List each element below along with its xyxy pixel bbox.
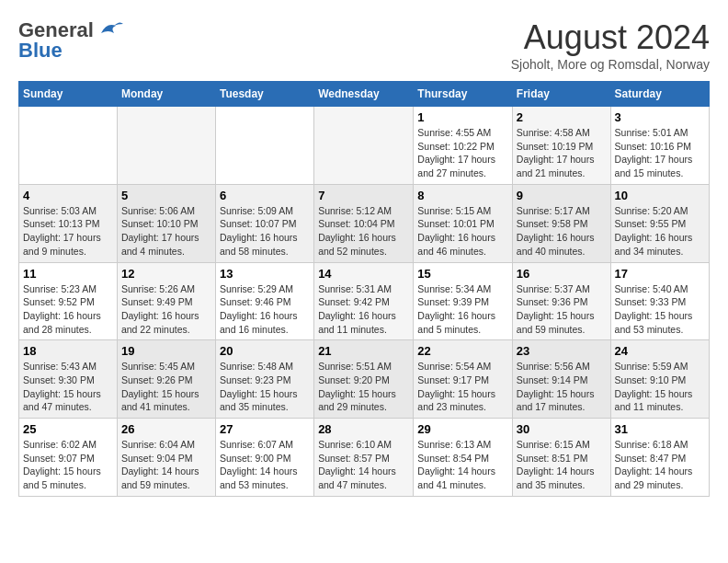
logo: General Blue [18,18,123,63]
day-number: 4 [23,189,113,202]
day-info: Sunrise: 5:43 AM Sunset: 9:30 PM Dayligh… [23,360,113,414]
day-info: Sunrise: 6:07 AM Sunset: 9:00 PM Dayligh… [220,438,310,492]
day-info: Sunrise: 5:45 AM Sunset: 9:26 PM Dayligh… [121,360,211,414]
header-day-saturday: Saturday [610,82,709,107]
day-number: 30 [517,422,607,436]
calendar-cell: 31Sunrise: 6:18 AM Sunset: 8:47 PM Dayli… [610,419,709,497]
calendar-cell: 25Sunrise: 6:02 AM Sunset: 9:07 PM Dayli… [19,419,118,497]
day-info: Sunrise: 6:18 AM Sunset: 8:47 PM Dayligh… [615,438,705,492]
calendar-cell: 20Sunrise: 5:48 AM Sunset: 9:23 PM Dayli… [215,340,313,419]
day-number: 24 [615,344,705,358]
day-info: Sunrise: 5:56 AM Sunset: 9:14 PM Dayligh… [517,360,607,414]
calendar-cell: 17Sunrise: 5:40 AM Sunset: 9:33 PM Dayli… [610,262,709,340]
day-number: 12 [121,267,211,281]
day-number: 22 [417,344,508,358]
day-number: 19 [121,344,211,358]
logo-blue-text: Blue [18,39,63,63]
day-number: 26 [121,422,211,436]
day-info: Sunrise: 5:01 AM Sunset: 10:16 PM Daylig… [615,126,705,180]
calendar-cell: 28Sunrise: 6:10 AM Sunset: 8:57 PM Dayli… [314,419,414,497]
day-number: 5 [121,189,211,202]
calendar-week-row: 25Sunrise: 6:02 AM Sunset: 9:07 PM Dayli… [19,419,710,497]
calendar-cell: 1Sunrise: 4:55 AM Sunset: 10:22 PM Dayli… [414,107,513,185]
header-day-wednesday: Wednesday [314,82,414,107]
day-number: 10 [615,189,705,202]
day-info: Sunrise: 5:51 AM Sunset: 9:20 PM Dayligh… [318,360,409,414]
day-number: 25 [23,422,113,436]
calendar-cell: 12Sunrise: 5:26 AM Sunset: 9:49 PM Dayli… [117,262,215,340]
day-number: 11 [23,267,113,281]
day-number: 9 [517,189,607,202]
day-number: 21 [318,344,409,358]
calendar-cell: 27Sunrise: 6:07 AM Sunset: 9:00 PM Dayli… [215,419,313,497]
calendar-week-row: 1Sunrise: 4:55 AM Sunset: 10:22 PM Dayli… [19,107,710,185]
day-info: Sunrise: 6:02 AM Sunset: 9:07 PM Dayligh… [23,438,113,492]
day-info: Sunrise: 6:10 AM Sunset: 8:57 PM Dayligh… [318,438,409,492]
day-number: 15 [417,267,508,281]
day-number: 17 [615,267,705,281]
day-number: 23 [517,344,607,358]
title-section: August 2024 Sjoholt, More og Romsdal, No… [511,18,710,72]
calendar-cell: 7Sunrise: 5:12 AM Sunset: 10:04 PM Dayli… [314,184,414,262]
day-number: 28 [318,422,409,436]
calendar-cell [19,107,118,185]
day-info: Sunrise: 5:29 AM Sunset: 9:46 PM Dayligh… [220,282,310,337]
day-number: 8 [417,189,508,202]
calendar-cell: 19Sunrise: 5:45 AM Sunset: 9:26 PM Dayli… [117,340,215,419]
day-info: Sunrise: 6:04 AM Sunset: 9:04 PM Dayligh… [121,438,211,492]
day-number: 2 [517,110,607,124]
day-info: Sunrise: 5:12 AM Sunset: 10:04 PM Daylig… [318,204,409,259]
day-number: 14 [318,267,409,281]
day-info: Sunrise: 5:17 AM Sunset: 9:58 PM Dayligh… [517,204,607,259]
day-info: Sunrise: 5:23 AM Sunset: 9:52 PM Dayligh… [23,282,113,337]
calendar-cell [314,107,414,185]
calendar-cell: 4Sunrise: 5:03 AM Sunset: 10:13 PM Dayli… [19,184,118,262]
day-info: Sunrise: 6:13 AM Sunset: 8:54 PM Dayligh… [417,438,508,492]
calendar-cell: 2Sunrise: 4:58 AM Sunset: 10:19 PM Dayli… [512,107,610,185]
day-info: Sunrise: 5:20 AM Sunset: 9:55 PM Dayligh… [615,204,705,259]
header-day-monday: Monday [117,82,215,107]
calendar-cell: 29Sunrise: 6:13 AM Sunset: 8:54 PM Dayli… [414,419,513,497]
day-number: 16 [517,267,607,281]
calendar-cell: 10Sunrise: 5:20 AM Sunset: 9:55 PM Dayli… [610,184,709,262]
day-info: Sunrise: 5:03 AM Sunset: 10:13 PM Daylig… [23,204,113,259]
calendar-table: SundayMondayTuesdayWednesdayThursdayFrid… [18,81,710,497]
calendar-cell: 30Sunrise: 6:15 AM Sunset: 8:51 PM Dayli… [512,419,610,497]
day-info: Sunrise: 4:58 AM Sunset: 10:19 PM Daylig… [517,126,607,180]
calendar-cell: 14Sunrise: 5:31 AM Sunset: 9:42 PM Dayli… [314,262,414,340]
day-info: Sunrise: 5:54 AM Sunset: 9:17 PM Dayligh… [417,360,508,414]
day-info: Sunrise: 5:26 AM Sunset: 9:49 PM Dayligh… [121,282,211,337]
month-title: August 2024 [511,18,710,57]
calendar-header-row: SundayMondayTuesdayWednesdayThursdayFrid… [19,82,710,107]
day-info: Sunrise: 5:37 AM Sunset: 9:36 PM Dayligh… [517,282,607,337]
calendar-cell: 22Sunrise: 5:54 AM Sunset: 9:17 PM Dayli… [414,340,513,419]
day-info: Sunrise: 4:55 AM Sunset: 10:22 PM Daylig… [417,126,508,180]
day-info: Sunrise: 5:48 AM Sunset: 9:23 PM Dayligh… [220,360,310,414]
location-text: Sjoholt, More og Romsdal, Norway [511,57,710,72]
calendar-cell: 6Sunrise: 5:09 AM Sunset: 10:07 PM Dayli… [215,184,313,262]
calendar-cell: 13Sunrise: 5:29 AM Sunset: 9:46 PM Dayli… [215,262,313,340]
day-info: Sunrise: 6:15 AM Sunset: 8:51 PM Dayligh… [517,438,607,492]
calendar-week-row: 18Sunrise: 5:43 AM Sunset: 9:30 PM Dayli… [19,340,710,419]
calendar-cell [215,107,313,185]
calendar-cell: 24Sunrise: 5:59 AM Sunset: 9:10 PM Dayli… [610,340,709,419]
day-number: 20 [220,344,310,358]
day-number: 18 [23,344,113,358]
day-info: Sunrise: 5:34 AM Sunset: 9:39 PM Dayligh… [417,282,508,337]
day-info: Sunrise: 5:15 AM Sunset: 10:01 PM Daylig… [417,204,508,259]
day-number: 3 [615,110,705,124]
header-day-friday: Friday [512,82,610,107]
day-number: 27 [220,422,310,436]
day-info: Sunrise: 5:31 AM Sunset: 9:42 PM Dayligh… [318,282,409,337]
day-number: 1 [417,110,508,124]
day-number: 29 [417,422,508,436]
calendar-cell: 8Sunrise: 5:15 AM Sunset: 10:01 PM Dayli… [414,184,513,262]
calendar-cell: 11Sunrise: 5:23 AM Sunset: 9:52 PM Dayli… [19,262,118,340]
calendar-cell: 5Sunrise: 5:06 AM Sunset: 10:10 PM Dayli… [117,184,215,262]
calendar-cell: 16Sunrise: 5:37 AM Sunset: 9:36 PM Dayli… [512,262,610,340]
day-info: Sunrise: 5:06 AM Sunset: 10:10 PM Daylig… [121,204,211,259]
calendar-cell [117,107,215,185]
day-info: Sunrise: 5:09 AM Sunset: 10:07 PM Daylig… [220,204,310,259]
calendar-cell: 3Sunrise: 5:01 AM Sunset: 10:16 PM Dayli… [610,107,709,185]
header-day-tuesday: Tuesday [215,82,313,107]
